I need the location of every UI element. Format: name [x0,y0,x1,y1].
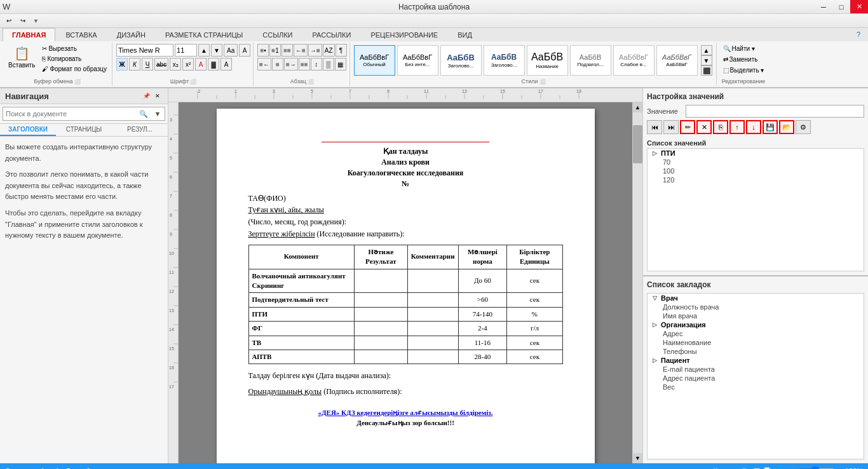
nav-close-button[interactable]: ✕ [153,91,163,101]
minimize-button[interactable]: ─ [815,0,832,13]
find-button[interactable]: 🔍 Найти ▾ [721,44,757,53]
styles-scroll-down[interactable]: ▼ [701,55,712,65]
subscript-button[interactable]: x₂ [170,58,181,71]
redo-button[interactable]: ↪ [17,15,29,27]
nav-search-dropdown[interactable]: ▼ [151,107,165,120]
help-button[interactable]: ? [851,28,865,41]
scroll-thumb[interactable] [633,125,642,163]
scrollbar-vertical[interactable]: ▲ ▼ [632,102,642,463]
rp-btn-next-page[interactable]: ⏭ [663,120,679,134]
tree-item-doctor-position[interactable]: Должность врача [648,302,864,311]
tree-item-patient-address[interactable]: Адрес пациента [648,374,864,383]
paragraph-expand-icon[interactable]: ⬜ [308,79,314,85]
show-marks-btn[interactable]: ¶ [336,44,347,57]
tree-item-pti[interactable]: ▷ ПТИ [648,149,864,158]
numbering-btn[interactable]: ≡1 [269,44,281,57]
nav-search-input[interactable] [3,110,137,118]
style-subtitle[interactable]: АаБбВ Подзагол... [570,45,611,76]
tab-mailings[interactable]: РАССЫЛКИ [303,28,361,41]
tree-item-org[interactable]: ▷ Организация [648,320,864,329]
align-right-btn[interactable]: ≡→ [284,58,298,71]
font-name-input[interactable] [116,44,173,57]
replace-button[interactable]: ⇄ Заменить [721,55,761,64]
tab-design[interactable]: ДИЗАЙН [107,28,155,41]
rp-value-input[interactable] [686,105,864,118]
font-size-down[interactable]: ▼ [211,44,222,57]
style-subtle[interactable]: АаБбВвГ Слабое в... [613,45,654,76]
style-heading1[interactable]: АаБбВ Заголово... [440,45,482,76]
tree-item-patient-weight[interactable]: Вес [648,383,864,391]
bold-button[interactable]: Ж [116,58,128,71]
tree-item-doctor[interactable]: ▽ Врач [648,294,864,302]
view-web-button[interactable]: 🌐 [774,467,783,470]
style-8[interactable]: АаБбВвГ АаБбВвГ [656,45,698,76]
rp-btn-copy[interactable]: ⎘ [713,120,728,134]
italic-button[interactable]: К [129,58,140,71]
tree-item-100[interactable]: 100 [648,167,864,175]
tab-refs[interactable]: ССЫЛКИ [253,28,302,41]
clear-format-button[interactable]: A [239,44,250,57]
align-left-btn[interactable]: ≡← [257,58,271,71]
zoom-in-button[interactable]: + [837,466,843,470]
maximize-button[interactable]: □ [832,0,850,13]
style-no-spacing[interactable]: АаБбВвГ Без инте... [397,45,438,76]
tree-item-doctor-name[interactable]: Имя врача [648,311,864,320]
tree-item-org-address[interactable]: Адрес [648,329,864,338]
nav-tab-headings[interactable]: ЗАГОЛОВКИ [0,124,56,136]
nav-search-button[interactable]: 🔍 [137,107,151,120]
style-normal[interactable]: АаБбВвГ Обычный [354,45,395,76]
zoom-out-button[interactable]: − [789,466,794,470]
tree-item-org-phones[interactable]: Телефоны [648,347,864,356]
decrease-indent-btn[interactable]: ←≡ [294,44,308,57]
styles-expand-icon[interactable]: ⬜ [539,79,546,85]
change-case-button[interactable]: Аа [224,44,238,57]
paste-button[interactable]: 📋 Вставить [5,44,38,71]
tree-item-patient[interactable]: ▷ Пациент [648,356,864,365]
format-painter-button[interactable]: 🖌 Формат по образцу [39,64,109,74]
font-size-up[interactable]: ▲ [198,44,210,57]
copy-button[interactable]: ⎘ Копировать [39,54,109,64]
font-color-btn[interactable]: A [195,58,207,71]
styles-expand[interactable]: ⬛ [701,65,712,76]
superscript-button[interactable]: x² [182,58,194,71]
view-read-button[interactable]: 📖 [752,467,761,470]
close-button[interactable]: ✕ [850,0,868,13]
justify-btn[interactable]: ≡≡ [299,58,310,71]
select-button[interactable]: ⬚ Выделить ▾ [721,65,767,75]
bullets-btn[interactable]: ≡• [257,44,269,57]
tree-item-120[interactable]: 120 [648,175,864,184]
nav-tab-results[interactable]: РЕЗУЛ... [112,124,168,136]
underline-button[interactable]: Ч [142,58,153,71]
rp-btn-up[interactable]: ↑ [729,120,745,134]
rp-btn-save[interactable]: 💾 [763,120,778,134]
tree-item-patient-email[interactable]: E-mail пациента [648,365,864,374]
text-color-btn[interactable]: A [220,58,232,71]
font-expand-icon[interactable]: ⬜ [190,79,196,85]
style-heading2[interactable]: АаБбВ Заголово... [484,45,525,76]
tree-item-org-name[interactable]: Наименование [648,338,864,347]
scroll-down-button[interactable]: ▼ [633,453,642,463]
tab-layout[interactable]: РАЗМЕТКА СТРАНИЦЫ [156,28,252,41]
styles-scroll-up[interactable]: ▲ [701,45,712,55]
multilevel-btn[interactable]: ≡≡ [281,44,293,57]
undo-button[interactable]: ↩ [3,15,15,27]
rp-btn-settings[interactable]: ⚙ [796,120,811,134]
style-title[interactable]: АаБбВ Название [527,45,568,76]
align-center-btn[interactable]: ≡ [272,58,283,71]
line-spacing-btn[interactable]: ↕ [311,58,322,71]
rp-btn-delete[interactable]: ✕ [696,120,712,134]
sort-btn[interactable]: AZ [323,44,335,57]
tab-view[interactable]: ВИД [448,28,482,41]
borders-btn[interactable]: ▦ [335,58,346,71]
clipboard-expand-icon[interactable]: ⬜ [74,79,81,85]
rp-btn-edit[interactable]: ✏ [680,120,695,134]
cut-button[interactable]: ✂ Вырезать [39,44,109,53]
tab-home[interactable]: ГЛАВНАЯ [3,28,55,41]
strikethrough-button[interactable]: abc [154,58,168,71]
font-size-input[interactable] [175,44,197,57]
rp-btn-prev-page[interactable]: ⏮ [647,120,662,134]
tab-insert[interactable]: ВСТАВКА [56,28,106,41]
tab-review[interactable]: РЕЦЕНЗИРОВАНИЕ [361,28,447,41]
tree-item-70[interactable]: 70 [648,158,864,167]
scroll-up-button[interactable]: ▲ [633,102,642,112]
